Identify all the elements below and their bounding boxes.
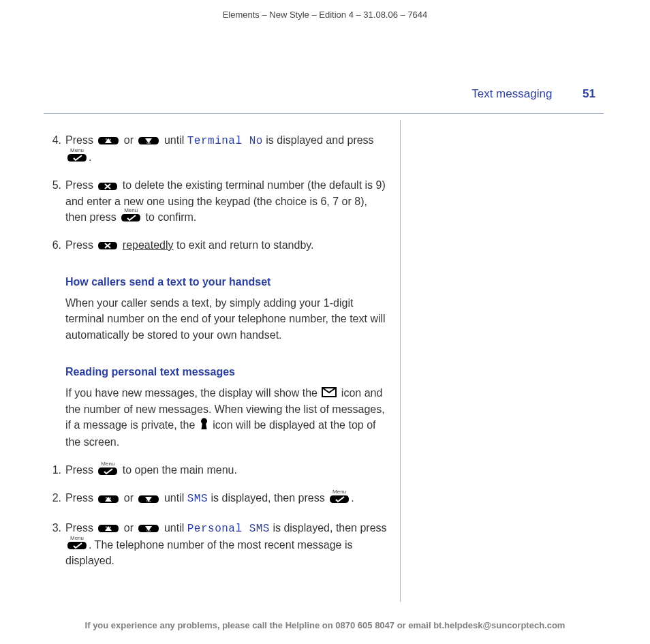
- step-body: Press Redial or Calls until SMS is displ…: [65, 490, 390, 507]
- up-key-icon: Redial: [97, 495, 119, 504]
- menu-key-icon: Menu: [67, 153, 87, 162]
- up-key-icon: Redial: [97, 524, 119, 533]
- keyhole-icon: [200, 418, 208, 434]
- section-title: Text messaging: [471, 87, 552, 100]
- steps-list-a: 4.Press Redial or Calls until Terminal N…: [44, 132, 390, 253]
- svg-text:Redial: Redial: [106, 526, 112, 529]
- document-header: Elements – New Style – Edition 4 – 31.08…: [0, 0, 650, 20]
- right-column: [401, 120, 604, 602]
- display-text: Personal SMS: [187, 523, 270, 535]
- paragraph-reading-intro: If you have new messages, the display wi…: [65, 385, 390, 450]
- step-body: Press repeatedly to exit and return to s…: [65, 237, 390, 253]
- up-key-icon: Redial: [97, 136, 119, 145]
- left-column: 4.Press Redial or Calls until Terminal N…: [44, 120, 400, 602]
- svg-text:Redial: Redial: [106, 138, 112, 141]
- svg-text:Calls: Calls: [146, 500, 151, 503]
- footer-helpline: If you experience any problems, please c…: [0, 620, 650, 630]
- step-number: 4.: [44, 132, 65, 165]
- step-item: 2.Press Redial or Calls until SMS is dis…: [44, 490, 390, 507]
- step-number: 6.: [44, 237, 65, 253]
- menu-key-icon: Menu: [97, 467, 118, 476]
- menu-key-icon: Menu: [329, 495, 350, 504]
- step-body: Press to delete the existing terminal nu…: [65, 177, 390, 225]
- columns: 4.Press Redial or Calls until Terminal N…: [44, 120, 604, 602]
- section-title-row: Text messaging 51: [471, 87, 595, 101]
- down-key-icon: Calls: [138, 495, 159, 504]
- step-item: 3.Press Redial or Calls until Personal S…: [44, 520, 390, 569]
- document-page: Elements – New Style – Edition 4 – 31.08…: [0, 0, 650, 644]
- step-item: 5.Press to delete the existing terminal …: [44, 177, 390, 225]
- menu-key-icon: Menu: [67, 541, 87, 550]
- step-item: 6.Press repeatedly to exit and return to…: [44, 237, 390, 253]
- svg-text:Calls: Calls: [146, 530, 151, 532]
- step-number: 1.: [44, 462, 65, 478]
- step-number: 5.: [44, 177, 65, 225]
- horizontal-rule: [44, 113, 604, 114]
- step-item: 1.Press Menu to open the main menu.: [44, 462, 390, 478]
- page-number: 51: [583, 87, 595, 100]
- down-key-icon: Calls: [138, 524, 159, 533]
- step-number: 3.: [44, 520, 65, 569]
- svg-text:Redial: Redial: [106, 497, 112, 500]
- steps-list-b: 1.Press Menu to open the main menu.2.Pre…: [44, 462, 390, 568]
- envelope-icon: [322, 386, 337, 401]
- subheading-callers: How callers send a text to your handset: [65, 276, 390, 288]
- step-number: 2.: [44, 490, 65, 507]
- svg-text:Calls: Calls: [146, 142, 151, 144]
- display-text: SMS: [187, 493, 208, 505]
- cancel-key-icon: [97, 182, 118, 191]
- paragraph-callers: When your caller sends a text, by simply…: [65, 295, 390, 343]
- menu-key-icon: Menu: [121, 213, 141, 222]
- cancel-key-icon: [97, 241, 118, 250]
- down-key-icon: Calls: [138, 136, 159, 145]
- subheading-reading: Reading personal text messages: [65, 366, 390, 378]
- step-body: Press Redial or Calls until Personal SMS…: [65, 520, 390, 569]
- display-text: Terminal No: [187, 135, 263, 147]
- step-item: 4.Press Redial or Calls until Terminal N…: [44, 132, 390, 165]
- step-body: Press Redial or Calls until Terminal No …: [65, 132, 390, 165]
- step-body: Press Menu to open the main menu.: [65, 462, 390, 478]
